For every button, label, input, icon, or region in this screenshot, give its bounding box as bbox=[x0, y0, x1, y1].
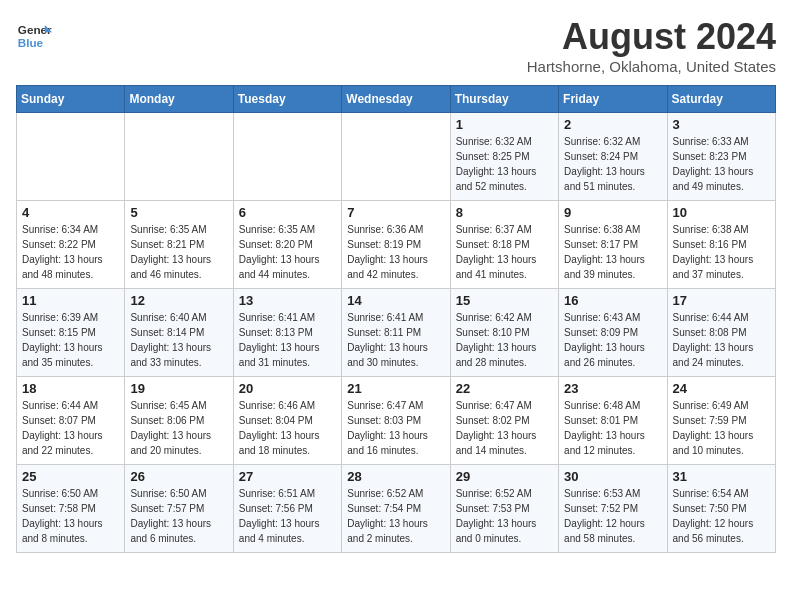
calendar-week-row: 4Sunrise: 6:34 AMSunset: 8:22 PMDaylight… bbox=[17, 201, 776, 289]
location-subtitle: Hartshorne, Oklahoma, United States bbox=[527, 58, 776, 75]
day-info: Sunrise: 6:42 AMSunset: 8:10 PMDaylight:… bbox=[456, 310, 553, 370]
calendar-day-cell: 4Sunrise: 6:34 AMSunset: 8:22 PMDaylight… bbox=[17, 201, 125, 289]
day-number: 16 bbox=[564, 293, 661, 308]
day-number: 10 bbox=[673, 205, 770, 220]
day-info: Sunrise: 6:32 AMSunset: 8:24 PMDaylight:… bbox=[564, 134, 661, 194]
day-info: Sunrise: 6:49 AMSunset: 7:59 PMDaylight:… bbox=[673, 398, 770, 458]
day-number: 6 bbox=[239, 205, 336, 220]
calendar-day-cell bbox=[233, 113, 341, 201]
svg-text:Blue: Blue bbox=[18, 36, 44, 49]
calendar-day-cell: 17Sunrise: 6:44 AMSunset: 8:08 PMDayligh… bbox=[667, 289, 775, 377]
calendar-day-cell: 11Sunrise: 6:39 AMSunset: 8:15 PMDayligh… bbox=[17, 289, 125, 377]
logo: General Blue bbox=[16, 16, 52, 52]
calendar-day-cell: 18Sunrise: 6:44 AMSunset: 8:07 PMDayligh… bbox=[17, 377, 125, 465]
day-number: 8 bbox=[456, 205, 553, 220]
day-number: 9 bbox=[564, 205, 661, 220]
day-info: Sunrise: 6:52 AMSunset: 7:54 PMDaylight:… bbox=[347, 486, 444, 546]
day-number: 30 bbox=[564, 469, 661, 484]
day-number: 18 bbox=[22, 381, 119, 396]
day-info: Sunrise: 6:33 AMSunset: 8:23 PMDaylight:… bbox=[673, 134, 770, 194]
day-info: Sunrise: 6:38 AMSunset: 8:16 PMDaylight:… bbox=[673, 222, 770, 282]
day-info: Sunrise: 6:48 AMSunset: 8:01 PMDaylight:… bbox=[564, 398, 661, 458]
day-info: Sunrise: 6:47 AMSunset: 8:02 PMDaylight:… bbox=[456, 398, 553, 458]
day-info: Sunrise: 6:52 AMSunset: 7:53 PMDaylight:… bbox=[456, 486, 553, 546]
day-info: Sunrise: 6:54 AMSunset: 7:50 PMDaylight:… bbox=[673, 486, 770, 546]
day-info: Sunrise: 6:43 AMSunset: 8:09 PMDaylight:… bbox=[564, 310, 661, 370]
day-number: 25 bbox=[22, 469, 119, 484]
calendar-day-cell: 13Sunrise: 6:41 AMSunset: 8:13 PMDayligh… bbox=[233, 289, 341, 377]
day-number: 7 bbox=[347, 205, 444, 220]
calendar-day-cell: 22Sunrise: 6:47 AMSunset: 8:02 PMDayligh… bbox=[450, 377, 558, 465]
calendar-day-cell: 14Sunrise: 6:41 AMSunset: 8:11 PMDayligh… bbox=[342, 289, 450, 377]
day-number: 31 bbox=[673, 469, 770, 484]
day-info: Sunrise: 6:38 AMSunset: 8:17 PMDaylight:… bbox=[564, 222, 661, 282]
day-number: 19 bbox=[130, 381, 227, 396]
weekday-header: Thursday bbox=[450, 86, 558, 113]
weekday-header: Monday bbox=[125, 86, 233, 113]
day-number: 28 bbox=[347, 469, 444, 484]
day-info: Sunrise: 6:37 AMSunset: 8:18 PMDaylight:… bbox=[456, 222, 553, 282]
calendar-day-cell: 10Sunrise: 6:38 AMSunset: 8:16 PMDayligh… bbox=[667, 201, 775, 289]
day-number: 11 bbox=[22, 293, 119, 308]
day-number: 17 bbox=[673, 293, 770, 308]
calendar-day-cell: 1Sunrise: 6:32 AMSunset: 8:25 PMDaylight… bbox=[450, 113, 558, 201]
month-year-title: August 2024 bbox=[527, 16, 776, 58]
day-info: Sunrise: 6:44 AMSunset: 8:07 PMDaylight:… bbox=[22, 398, 119, 458]
calendar-day-cell: 5Sunrise: 6:35 AMSunset: 8:21 PMDaylight… bbox=[125, 201, 233, 289]
day-number: 4 bbox=[22, 205, 119, 220]
day-info: Sunrise: 6:39 AMSunset: 8:15 PMDaylight:… bbox=[22, 310, 119, 370]
calendar-day-cell: 24Sunrise: 6:49 AMSunset: 7:59 PMDayligh… bbox=[667, 377, 775, 465]
calendar-day-cell: 23Sunrise: 6:48 AMSunset: 8:01 PMDayligh… bbox=[559, 377, 667, 465]
calendar-day-cell: 19Sunrise: 6:45 AMSunset: 8:06 PMDayligh… bbox=[125, 377, 233, 465]
logo-icon: General Blue bbox=[16, 16, 52, 52]
day-number: 3 bbox=[673, 117, 770, 132]
calendar-week-row: 11Sunrise: 6:39 AMSunset: 8:15 PMDayligh… bbox=[17, 289, 776, 377]
calendar-day-cell: 31Sunrise: 6:54 AMSunset: 7:50 PMDayligh… bbox=[667, 465, 775, 553]
calendar-day-cell: 8Sunrise: 6:37 AMSunset: 8:18 PMDaylight… bbox=[450, 201, 558, 289]
day-number: 29 bbox=[456, 469, 553, 484]
day-number: 15 bbox=[456, 293, 553, 308]
calendar-day-cell: 25Sunrise: 6:50 AMSunset: 7:58 PMDayligh… bbox=[17, 465, 125, 553]
calendar-day-cell: 3Sunrise: 6:33 AMSunset: 8:23 PMDaylight… bbox=[667, 113, 775, 201]
day-number: 27 bbox=[239, 469, 336, 484]
day-info: Sunrise: 6:45 AMSunset: 8:06 PMDaylight:… bbox=[130, 398, 227, 458]
calendar-day-cell bbox=[125, 113, 233, 201]
day-number: 20 bbox=[239, 381, 336, 396]
calendar-day-cell: 27Sunrise: 6:51 AMSunset: 7:56 PMDayligh… bbox=[233, 465, 341, 553]
day-number: 14 bbox=[347, 293, 444, 308]
day-number: 13 bbox=[239, 293, 336, 308]
calendar-week-row: 1Sunrise: 6:32 AMSunset: 8:25 PMDaylight… bbox=[17, 113, 776, 201]
day-number: 22 bbox=[456, 381, 553, 396]
day-number: 24 bbox=[673, 381, 770, 396]
day-number: 2 bbox=[564, 117, 661, 132]
calendar-day-cell bbox=[342, 113, 450, 201]
day-info: Sunrise: 6:51 AMSunset: 7:56 PMDaylight:… bbox=[239, 486, 336, 546]
day-number: 21 bbox=[347, 381, 444, 396]
calendar-day-cell: 15Sunrise: 6:42 AMSunset: 8:10 PMDayligh… bbox=[450, 289, 558, 377]
calendar-day-cell: 16Sunrise: 6:43 AMSunset: 8:09 PMDayligh… bbox=[559, 289, 667, 377]
day-info: Sunrise: 6:32 AMSunset: 8:25 PMDaylight:… bbox=[456, 134, 553, 194]
calendar-day-cell: 26Sunrise: 6:50 AMSunset: 7:57 PMDayligh… bbox=[125, 465, 233, 553]
day-info: Sunrise: 6:44 AMSunset: 8:08 PMDaylight:… bbox=[673, 310, 770, 370]
title-area: August 2024 Hartshorne, Oklahoma, United… bbox=[527, 16, 776, 75]
calendar-day-cell: 30Sunrise: 6:53 AMSunset: 7:52 PMDayligh… bbox=[559, 465, 667, 553]
day-info: Sunrise: 6:41 AMSunset: 8:13 PMDaylight:… bbox=[239, 310, 336, 370]
calendar-table: SundayMondayTuesdayWednesdayThursdayFrid… bbox=[16, 85, 776, 553]
calendar-week-row: 18Sunrise: 6:44 AMSunset: 8:07 PMDayligh… bbox=[17, 377, 776, 465]
calendar-day-cell: 21Sunrise: 6:47 AMSunset: 8:03 PMDayligh… bbox=[342, 377, 450, 465]
day-number: 1 bbox=[456, 117, 553, 132]
calendar-day-cell: 29Sunrise: 6:52 AMSunset: 7:53 PMDayligh… bbox=[450, 465, 558, 553]
calendar-day-cell: 7Sunrise: 6:36 AMSunset: 8:19 PMDaylight… bbox=[342, 201, 450, 289]
day-info: Sunrise: 6:50 AMSunset: 7:57 PMDaylight:… bbox=[130, 486, 227, 546]
calendar-day-cell: 6Sunrise: 6:35 AMSunset: 8:20 PMDaylight… bbox=[233, 201, 341, 289]
weekday-header: Saturday bbox=[667, 86, 775, 113]
day-info: Sunrise: 6:47 AMSunset: 8:03 PMDaylight:… bbox=[347, 398, 444, 458]
weekday-header: Friday bbox=[559, 86, 667, 113]
day-info: Sunrise: 6:41 AMSunset: 8:11 PMDaylight:… bbox=[347, 310, 444, 370]
day-info: Sunrise: 6:53 AMSunset: 7:52 PMDaylight:… bbox=[564, 486, 661, 546]
weekday-header: Wednesday bbox=[342, 86, 450, 113]
day-number: 26 bbox=[130, 469, 227, 484]
page-header: General Blue August 2024 Hartshorne, Okl… bbox=[16, 16, 776, 75]
calendar-day-cell: 12Sunrise: 6:40 AMSunset: 8:14 PMDayligh… bbox=[125, 289, 233, 377]
calendar-day-cell: 28Sunrise: 6:52 AMSunset: 7:54 PMDayligh… bbox=[342, 465, 450, 553]
